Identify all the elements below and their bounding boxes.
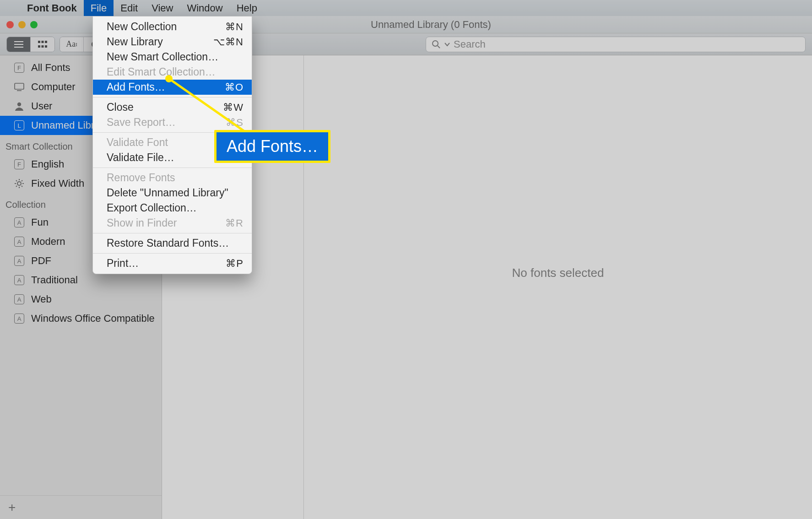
svg-rect-6 — [38, 45, 40, 48]
search-icon — [432, 40, 441, 49]
callout-add-fonts: Add Fonts… — [214, 130, 330, 163]
menu-item-label: Save Report… — [107, 116, 176, 129]
svg-line-22 — [16, 180, 17, 181]
search-input[interactable] — [454, 38, 800, 50]
menu-item-new-collection[interactable]: New Collection⌘N — [93, 19, 252, 34]
svg-rect-7 — [42, 45, 44, 48]
menu-help[interactable]: Help — [230, 0, 264, 16]
menu-item-label: Add Fonts… — [107, 81, 165, 93]
menu-item-label: Edit Smart Collection… — [107, 66, 216, 78]
sidebar-item-label: PDF — [31, 255, 51, 267]
menu-item-shortcut: ⌘R — [225, 217, 244, 229]
svg-rect-3 — [38, 41, 40, 43]
menu-item-show-in-finder: Show in Finder⌘R — [93, 216, 252, 231]
menu-item-save-report: Save Report…⌘S — [93, 115, 252, 130]
sidebar-item-label: Web — [31, 293, 52, 305]
minimize-button[interactable] — [18, 21, 26, 28]
menu-view[interactable]: View — [145, 0, 180, 16]
menu-item-label: Delete "Unnamed Library" — [107, 187, 228, 199]
menu-item-restore-standard-fonts[interactable]: Restore Standard Fonts… — [93, 236, 252, 251]
window-controls — [6, 21, 38, 28]
menu-item-shortcut: ⌘N — [225, 21, 244, 33]
menu-item-delete-unnamed-library[interactable]: Delete "Unnamed Library" — [93, 185, 252, 200]
svg-rect-14 — [15, 83, 24, 89]
svg-rect-5 — [45, 41, 47, 43]
menu-separator — [93, 168, 252, 168]
collection-icon: A — [13, 294, 26, 304]
menu-item-new-library[interactable]: New Library⌥⌘N — [93, 34, 252, 49]
search-field[interactable] — [426, 37, 806, 52]
menu-item-label: New Collection — [107, 21, 177, 33]
svg-line-25 — [22, 180, 22, 181]
menu-item-shortcut: ⌘S — [226, 117, 244, 129]
collection-icon: A — [13, 314, 26, 324]
menu-app-name[interactable]: Font Book — [20, 0, 84, 16]
preview-column: No fonts selected — [304, 55, 812, 519]
sidebar-item-label: Fun — [31, 216, 49, 228]
menu-item-label: Validate Font — [107, 136, 168, 149]
sidebar-item-label: Windows Office Compatible — [31, 313, 155, 324]
sidebar-item-label: User — [31, 100, 52, 112]
menu-item-export-collection[interactable]: Export Collection… — [93, 200, 252, 216]
sidebar-item-web[interactable]: AWeb — [0, 290, 162, 309]
menu-item-remove-fonts: Remove Fonts — [93, 170, 252, 185]
svg-rect-8 — [45, 45, 47, 48]
menu-item-shortcut: ⌘P — [226, 258, 244, 270]
menu-item-label: Print… — [107, 257, 139, 270]
menu-item-shortcut: ⌘O — [225, 81, 244, 93]
add-button[interactable]: + — [8, 500, 16, 515]
all-fonts-icon: F — [13, 63, 26, 73]
svg-point-17 — [17, 182, 21, 185]
computer-icon — [13, 82, 26, 92]
svg-line-24 — [16, 186, 17, 187]
close-button[interactable] — [6, 21, 14, 28]
preview-empty-text: No fonts selected — [512, 266, 604, 280]
menu-item-label: Export Collection… — [107, 202, 197, 214]
menu-item-shortcut: ⌘W — [223, 102, 244, 114]
callout-dot — [165, 75, 173, 82]
person-icon — [13, 101, 26, 111]
menu-item-label: Restore Standard Fonts… — [107, 237, 229, 249]
menu-item-print[interactable]: Print…⌘P — [93, 256, 252, 271]
svg-point-12 — [433, 41, 438, 46]
menu-item-label: Validate File… — [107, 151, 174, 164]
view-list-button[interactable] — [7, 37, 31, 52]
preview-sample-button[interactable]: AaI — [60, 37, 84, 52]
svg-rect-4 — [42, 41, 44, 43]
collection-icon: A — [13, 256, 26, 266]
menu-item-add-fonts[interactable]: Add Fonts…⌘O — [93, 80, 252, 95]
sidebar-item-label: Traditional — [31, 274, 78, 286]
sidebar-item-label: Modern — [31, 236, 65, 248]
menu-separator — [93, 233, 252, 233]
fullscreen-button[interactable] — [30, 21, 38, 28]
menu-item-close[interactable]: Close⌘W — [93, 100, 252, 115]
menu-file[interactable]: File — [84, 0, 114, 16]
collection-icon: A — [13, 217, 26, 227]
sidebar-item-label: Fixed Width — [31, 178, 84, 189]
svg-line-23 — [22, 186, 22, 187]
collection-icon: A — [13, 275, 26, 285]
menu-item-new-smart-collection[interactable]: New Smart Collection… — [93, 49, 252, 65]
sidebar-item-windows-office[interactable]: AWindows Office Compatible — [0, 309, 162, 328]
menu-item-label: New Library — [107, 36, 163, 48]
menu-separator — [93, 253, 252, 254]
svg-point-16 — [17, 103, 21, 106]
window-title: Unnamed Library (0 Fonts) — [371, 19, 491, 31]
menu-separator — [93, 97, 252, 97]
sidebar-item-label: Computer — [31, 81, 76, 93]
smart-icon: F — [13, 159, 26, 169]
sidebar-item-label: English — [31, 158, 64, 170]
menu-item-shortcut: ⌥⌘N — [213, 36, 244, 48]
menu-item-label: Show in Finder — [107, 217, 177, 229]
menu-window[interactable]: Window — [180, 0, 229, 16]
menu-item-label: Remove Fonts — [107, 172, 175, 184]
collection-icon: A — [13, 237, 26, 247]
menu-item-label: Close — [107, 101, 134, 114]
chevron-down-icon[interactable] — [444, 42, 450, 47]
sidebar-item-label: All Fonts — [31, 62, 70, 74]
gear-icon — [13, 178, 26, 189]
menu-edit[interactable]: Edit — [114, 0, 145, 16]
view-grid-button[interactable] — [31, 37, 54, 52]
svg-line-13 — [438, 46, 440, 48]
sidebar-footer: + — [0, 495, 162, 519]
